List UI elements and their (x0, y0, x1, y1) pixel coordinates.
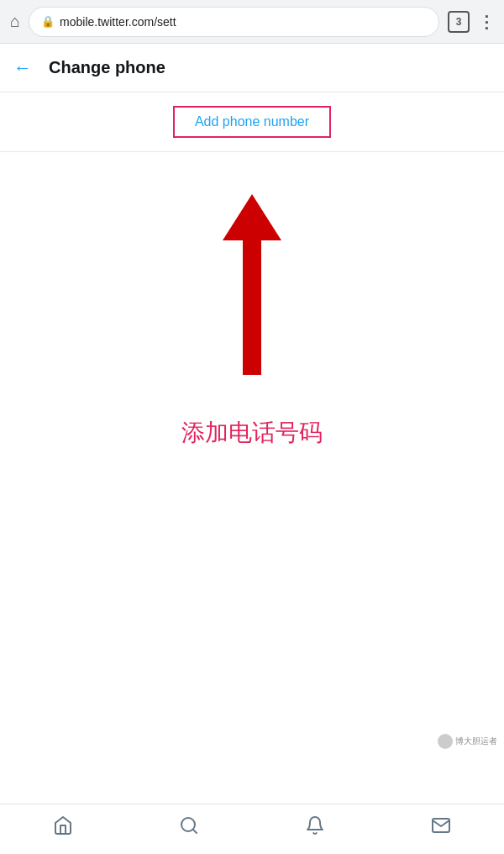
address-text: mobile.twitter.com/sett (60, 15, 176, 29)
page-title: Change phone (49, 58, 165, 77)
back-button[interactable]: ← (13, 57, 32, 79)
watermark: 博大胆运者 (438, 734, 497, 749)
chinese-annotation-text: 添加电话号码 (181, 417, 323, 449)
nav-home-icon[interactable] (53, 815, 73, 841)
add-phone-button[interactable]: Add phone number (173, 106, 331, 138)
arrow-head (223, 194, 281, 240)
tab-count[interactable]: 3 (448, 11, 470, 33)
browser-home-icon[interactable]: ⌂ (10, 12, 20, 31)
watermark-text: 博大胆运者 (455, 735, 497, 747)
bottom-nav (0, 804, 504, 854)
arrow-shaft (243, 240, 261, 375)
svg-line-1 (193, 829, 197, 832)
browser-menu-icon[interactable]: ⋮ (478, 12, 494, 32)
annotation-area: 添加电话号码 博大胆运者 (0, 152, 504, 804)
nav-search-icon[interactable] (179, 815, 199, 841)
watermark-avatar (438, 734, 453, 749)
browser-bar: ⌂ 🔒 mobile.twitter.com/sett 3 ⋮ (0, 0, 504, 44)
nav-mail-icon[interactable] (431, 815, 451, 841)
nav-bell-icon[interactable] (305, 815, 325, 841)
red-arrow-annotation (223, 194, 281, 375)
page-header: ← Change phone (0, 44, 504, 92)
add-phone-row: Add phone number (0, 92, 504, 152)
address-bar[interactable]: 🔒 mobile.twitter.com/sett (29, 7, 439, 37)
lock-icon: 🔒 (41, 15, 55, 28)
